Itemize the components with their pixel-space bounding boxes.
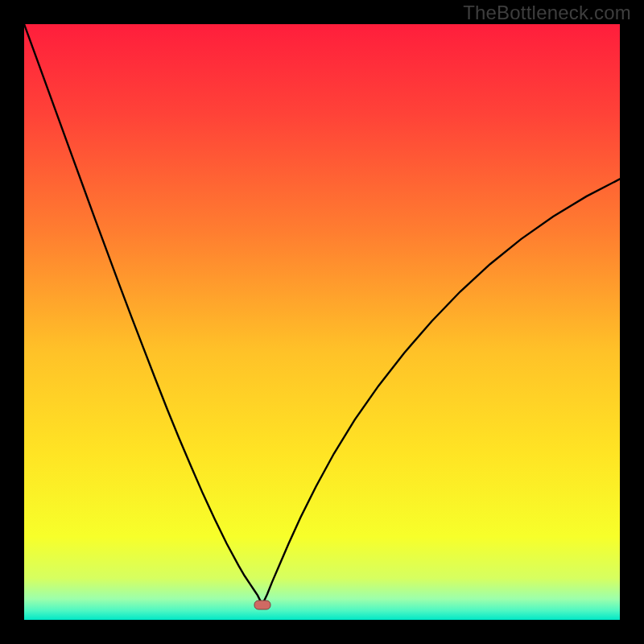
- chart-container: [24, 24, 620, 620]
- watermark-text: TheBottleneck.com: [463, 2, 631, 24]
- optimum-marker: [254, 601, 270, 609]
- bottleneck-chart: [24, 24, 620, 620]
- app-frame: TheBottleneck.com: [0, 0, 644, 644]
- chart-background: [24, 24, 620, 620]
